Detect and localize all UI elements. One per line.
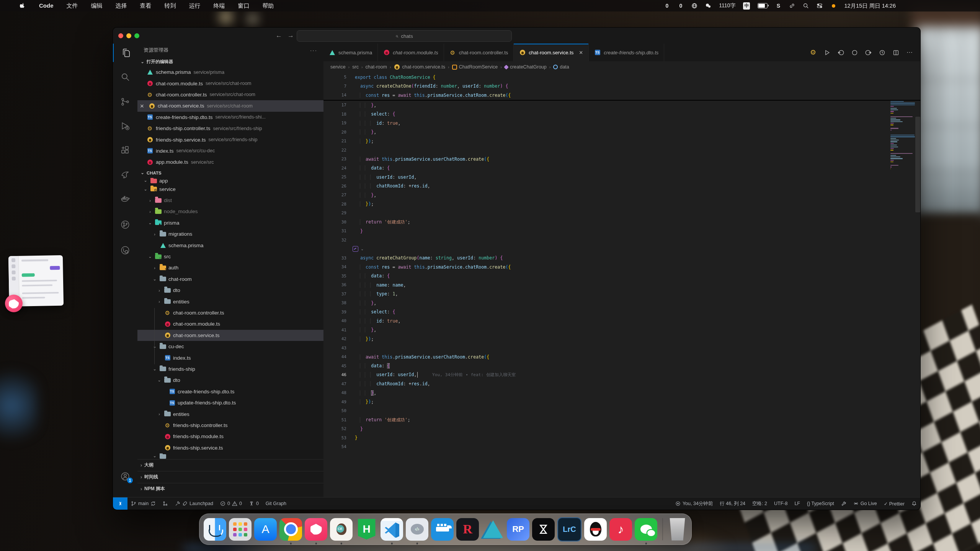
status-cursor-position[interactable]: 行 46, 列 24 — [716, 497, 749, 510]
nav-forward-circle-icon[interactable] — [864, 49, 872, 56]
dock-appstore-icon[interactable]: A — [254, 518, 277, 541]
tree-item-node_modules[interactable]: ›node_modules — [137, 206, 323, 217]
run-icon[interactable] — [823, 49, 831, 56]
menu-item-终端[interactable]: 终端 — [214, 2, 225, 10]
history-circle-icon[interactable] — [878, 49, 886, 56]
recording-dot[interactable] — [830, 2, 836, 9]
status-go-live[interactable]: Go Live — [850, 497, 880, 510]
status-problems[interactable]: 00 — [217, 497, 245, 510]
activity-git-graph-view[interactable] — [113, 215, 137, 234]
activity-nest-extension[interactable] — [113, 165, 137, 184]
menu-item-编辑[interactable]: 编辑 — [91, 2, 103, 10]
close-icon[interactable]: ✕ — [139, 103, 145, 109]
dock-docker-icon[interactable] — [431, 518, 454, 541]
dock-launchpad-icon[interactable] — [229, 518, 252, 541]
dock-rapp-icon[interactable]: R — [456, 518, 479, 541]
status-blame-status[interactable]: You, 34分钟前 — [672, 497, 716, 510]
tree-item-src[interactable]: ⌄‹›src — [137, 251, 323, 262]
dock-wechat-icon[interactable] — [635, 518, 657, 541]
project-section-header[interactable]: ⌄ CHATS — [137, 168, 323, 178]
open-editor-chat-room.service.ts[interactable]: ✕chat-room.service.tsservice/src/chat-ro… — [137, 100, 323, 111]
dock-chrome-icon[interactable] — [279, 518, 302, 541]
dock-trash-icon[interactable] — [668, 518, 687, 541]
status-launchpad[interactable]: Launchpad — [172, 497, 217, 510]
status-git-graph[interactable]: Git Graph — [262, 497, 290, 510]
tree-item-friends-ship[interactable]: ⌄friends-ship — [137, 364, 323, 375]
open-editor-schema.prisma[interactable]: schema.prismaservice/prisma — [137, 67, 323, 78]
tree-item-auth[interactable]: ›•auth — [137, 262, 323, 273]
nav-circle-icon[interactable] — [851, 49, 858, 56]
activity-accounts[interactable]: 1 — [113, 467, 137, 486]
dock-lanhu-icon[interactable] — [482, 518, 504, 541]
tree-item-service[interactable]: ⌄⚙service — [137, 184, 323, 195]
inline-decoration-icon[interactable] — [353, 246, 358, 252]
tree-item-entities[interactable]: ›entities — [137, 408, 323, 419]
sidebar-section-大纲[interactable]: ›大纲 — [137, 459, 323, 471]
sidebar-section-时间线[interactable]: ›时间线 — [137, 471, 323, 483]
tree-item-app[interactable]: ⌄app — [137, 178, 323, 184]
tree-item-chat-room.service.ts[interactable]: chat-room.service.ts — [137, 330, 323, 341]
activity-gitlens-view[interactable] — [113, 241, 137, 259]
open-editor-chat-room.controller.ts[interactable]: ⚙chat-room.controller.tsservice/src/chat… — [137, 89, 323, 100]
tree-item-create-friends-ship.dto.ts[interactable]: TScreate-friends-ship.dto.ts — [137, 386, 323, 397]
input-method-indicator[interactable]: 中 — [743, 2, 750, 10]
tree-item-schema.prisma[interactable]: schema.prisma — [137, 240, 323, 251]
breadcrumb-ChatRoomService[interactable]: ChatRoomService — [452, 64, 498, 70]
status-language-mode[interactable]: {} TypeScript — [804, 497, 838, 510]
minimap[interactable] — [890, 101, 917, 171]
battery-icon[interactable] — [758, 2, 768, 9]
dock-lrc-icon[interactable]: LrC — [557, 517, 581, 541]
nest-gear-icon[interactable]: ⚙ — [809, 49, 817, 56]
tree-item-update-friends-ship.dto.ts[interactable]: TSupdate-friends-ship.dto.ts — [137, 397, 323, 408]
status-formatter-tool[interactable] — [838, 497, 850, 510]
nav-back-circle-icon[interactable] — [837, 49, 844, 56]
menu-item-运行[interactable]: 运行 — [189, 2, 201, 10]
tab-chat-room.controller.ts[interactable]: ⚙chat-room.controller.ts — [444, 44, 514, 61]
tree-item-friends-ship.service.ts[interactable]: friends-ship.service.ts — [137, 442, 323, 453]
open-editor-chat-room.module.ts[interactable]: chat-room.module.tsservice/src/chat-room — [137, 78, 323, 89]
globe-icon[interactable] — [691, 2, 697, 9]
more-actions-icon[interactable]: ··· — [906, 49, 913, 56]
menu-item-窗口[interactable]: 窗口 — [238, 2, 250, 10]
tree-item-cu-dec[interactable]: ⌄cu-dec — [137, 341, 323, 352]
menu-item-选择[interactable]: 选择 — [116, 2, 127, 10]
app-badge-zero-1[interactable]: 0 — [664, 2, 670, 9]
surge-icon[interactable]: S — [775, 2, 781, 9]
activity-source-control[interactable] — [113, 93, 137, 111]
status-indentation[interactable]: 空格: 2 — [749, 497, 771, 510]
vscode-title-bar[interactable]: ← → ⌕ chats — [113, 28, 920, 44]
activity-search[interactable] — [113, 68, 137, 86]
tree-item-prisma[interactable]: ⌄▲prisma — [137, 217, 323, 228]
breadcrumb-data[interactable]: data — [553, 64, 569, 70]
breadcrumb-src[interactable]: src — [352, 64, 359, 70]
activity-explorer[interactable] — [113, 44, 138, 62]
dock-qq-icon[interactable] — [584, 518, 607, 541]
explorer-more-actions-icon[interactable]: ··· — [310, 47, 317, 53]
tree-item-dist[interactable]: ›dist — [137, 195, 323, 206]
activity-docker[interactable] — [113, 190, 137, 208]
open-editor-friends-ship.service.ts[interactable]: friends-ship.service.tsservice/src/frien… — [137, 134, 323, 145]
tree-item-dto[interactable]: ⌄dto — [137, 375, 323, 386]
zoom-window-button[interactable] — [134, 33, 139, 38]
breadcrumb-service[interactable]: service — [330, 64, 346, 70]
tree-item-index.ts[interactable]: TSindex.ts — [137, 352, 323, 363]
activity-run-debug[interactable] — [113, 117, 137, 135]
split-editor-icon[interactable] — [892, 49, 900, 56]
breadcrumb-createChatGroup[interactable]: createChatGroup — [505, 64, 547, 70]
command-center-search[interactable]: ⌕ chats — [297, 30, 512, 42]
tab-chat-room.module.ts[interactable]: chat-room.module.ts — [378, 44, 444, 61]
tab-schema.prisma[interactable]: schema.prisma — [323, 44, 378, 61]
status-eol[interactable]: LF — [791, 497, 804, 510]
status-remote-indicator[interactable] — [113, 497, 127, 510]
dock-capcut-icon[interactable]: ⋈ — [532, 518, 555, 541]
tree-item-friends-ship.controller.ts[interactable]: ⚙friends-ship.controller.ts — [137, 420, 323, 431]
menu-bar-clock[interactable]: 12月15日 周日 14:26 — [844, 2, 896, 10]
close-icon[interactable]: ✕ — [579, 50, 583, 55]
dock-axure-icon[interactable]: RP — [507, 518, 529, 541]
spotlight-icon[interactable] — [803, 2, 809, 9]
menu-item-查看[interactable]: 查看 — [140, 2, 152, 10]
menu-item-转到[interactable]: 转到 — [165, 2, 176, 10]
editor-scrollbar[interactable] — [915, 117, 920, 212]
minimize-window-button[interactable] — [126, 33, 131, 38]
tree-item-friends-ship.module.ts[interactable]: friends-ship.module.ts — [137, 431, 323, 442]
